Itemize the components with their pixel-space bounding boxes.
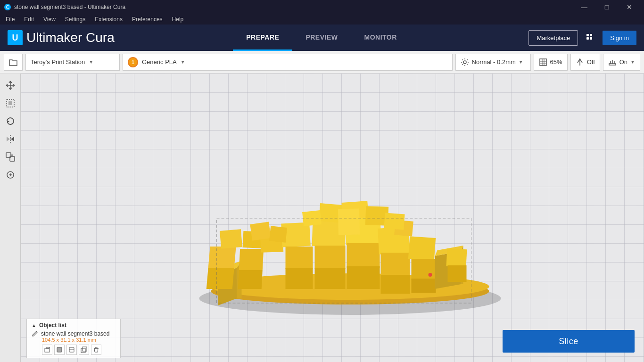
settings-label: Normal - 0.2mm: [472, 58, 516, 66]
mirror-tool-button[interactable]: [2, 131, 18, 147]
object-list-header[interactable]: ▲ Object list: [32, 322, 116, 329]
object-list-label: Object list: [39, 322, 66, 329]
svg-text:U: U: [12, 33, 18, 42]
perspective-view-button[interactable]: [42, 345, 52, 355]
app-logo: U Ultimaker Cura: [8, 30, 115, 45]
wireframe-view-button[interactable]: [66, 345, 77, 355]
folder-icon: [8, 58, 18, 66]
svg-rect-62: [448, 265, 467, 282]
svg-rect-47: [408, 236, 436, 261]
main-content: ▲ Object list stone wall segment3 based …: [0, 74, 644, 362]
svg-rect-12: [8, 101, 12, 105]
support-icon: [576, 58, 584, 66]
svg-text:C: C: [6, 5, 9, 10]
printer-dropdown-arrow: ▼: [89, 59, 93, 65]
infill-icon: [539, 58, 547, 66]
nav-right: Marketplace Sign in: [528, 30, 636, 46]
rotate-icon: [5, 116, 16, 126]
scale-tool-button[interactable]: [2, 95, 18, 111]
app-icon: C: [4, 3, 11, 11]
sign-in-button[interactable]: Sign in: [603, 31, 636, 45]
chevron-down-icon: ▲: [32, 323, 36, 328]
support-tool-button[interactable]: [2, 167, 18, 183]
tab-prepare[interactable]: PREPARE: [233, 25, 292, 51]
svg-rect-46: [381, 275, 410, 294]
minimize-button[interactable]: —: [573, 0, 595, 14]
title-bar: C stone wall segment3 based - Ultimaker …: [0, 0, 644, 14]
ultimaker-logo-icon: U: [8, 30, 23, 45]
svg-point-60: [429, 273, 432, 277]
object-dimensions: 104.5 x 31.1 x 31.1 mm: [42, 337, 116, 343]
svg-rect-45: [381, 253, 410, 276]
svg-rect-53: [250, 222, 271, 240]
svg-rect-54: [269, 226, 287, 242]
window-title: stone wall segment3 based - Ultimaker Cu…: [14, 4, 125, 10]
svg-rect-67: [81, 348, 85, 353]
object-name: stone wall segment3 based: [41, 330, 109, 337]
slice-button[interactable]: Slice: [503, 330, 635, 353]
svg-rect-28: [238, 270, 263, 289]
svg-rect-61: [446, 248, 467, 267]
svg-rect-64: [57, 347, 62, 352]
close-button[interactable]: ✕: [619, 0, 640, 14]
solid-view-button[interactable]: [54, 345, 65, 355]
svg-rect-4: [586, 34, 589, 36]
printer-name: Teroy's Print Station: [31, 58, 85, 66]
menu-settings[interactable]: Settings: [63, 15, 87, 24]
clone-button[interactable]: [79, 345, 89, 355]
adhesion-label: On: [619, 58, 627, 66]
material-selector[interactable]: 1 Generic PLA ▼: [123, 54, 453, 71]
svg-rect-33: [286, 247, 313, 269]
open-folder-button[interactable]: [4, 54, 23, 71]
menu-view[interactable]: View: [41, 15, 58, 24]
tab-monitor[interactable]: MONITOR: [351, 25, 410, 51]
adhesion-dropdown-arrow: ▼: [630, 59, 635, 65]
tab-preview[interactable]: PREVIEW: [292, 25, 351, 51]
3d-model-svg: [173, 129, 527, 327]
menu-bar: File Edit View Settings Extensions Prefe…: [0, 14, 644, 25]
settings-dropdown-arrow: ▼: [519, 59, 523, 65]
move-tool-button[interactable]: [2, 77, 18, 93]
svg-rect-40: [347, 266, 380, 289]
settings-icon: [461, 58, 469, 66]
material-badge: 1: [128, 57, 138, 67]
menu-help[interactable]: Help: [170, 15, 186, 24]
printer-selector[interactable]: Teroy's Print Station ▼: [25, 54, 120, 71]
object-item: stone wall segment3 based: [32, 330, 116, 337]
svg-rect-58: [338, 209, 360, 235]
viewport[interactable]: ▲ Object list stone wall segment3 based …: [21, 74, 644, 362]
object-icons: [42, 345, 116, 355]
support-label: Off: [587, 58, 595, 66]
print-settings-selector[interactable]: Normal - 0.2mm ▼: [455, 54, 531, 71]
svg-rect-10: [609, 64, 616, 65]
adhesion-icon: [608, 58, 617, 66]
delete-icon: [93, 346, 99, 353]
svg-rect-6: [586, 37, 589, 40]
toolbar: Teroy's Print Station ▼ 1 Generic PLA ▼ …: [0, 51, 644, 74]
marketplace-button[interactable]: Marketplace: [528, 30, 578, 46]
infill-value: 65%: [550, 58, 562, 66]
multiply-icon: [5, 152, 16, 162]
menu-extensions[interactable]: Extensions: [93, 15, 124, 24]
svg-rect-63: [45, 348, 50, 352]
move-icon: [5, 80, 16, 90]
grid-icon[interactable]: [583, 30, 598, 45]
left-sidebar: [0, 74, 21, 362]
svg-rect-48: [412, 259, 436, 280]
support-selector[interactable]: Off: [570, 54, 600, 71]
perspective-icon: [44, 346, 50, 353]
menu-file[interactable]: File: [4, 15, 17, 24]
menu-edit[interactable]: Edit: [22, 15, 36, 24]
adhesion-selector[interactable]: On ▼: [603, 54, 640, 71]
infill-selector[interactable]: 65%: [534, 54, 568, 71]
material-dropdown-arrow: ▼: [181, 59, 185, 65]
maximize-button[interactable]: □: [596, 0, 618, 14]
delete-button[interactable]: [91, 345, 101, 355]
svg-rect-68: [83, 347, 87, 351]
svg-rect-37: [315, 268, 346, 289]
window-controls: — □ ✕: [573, 0, 640, 14]
multiply-tool-button[interactable]: [2, 149, 18, 165]
edit-icon: [32, 330, 38, 337]
rotate-tool-button[interactable]: [2, 113, 18, 129]
menu-preferences[interactable]: Preferences: [130, 15, 165, 24]
